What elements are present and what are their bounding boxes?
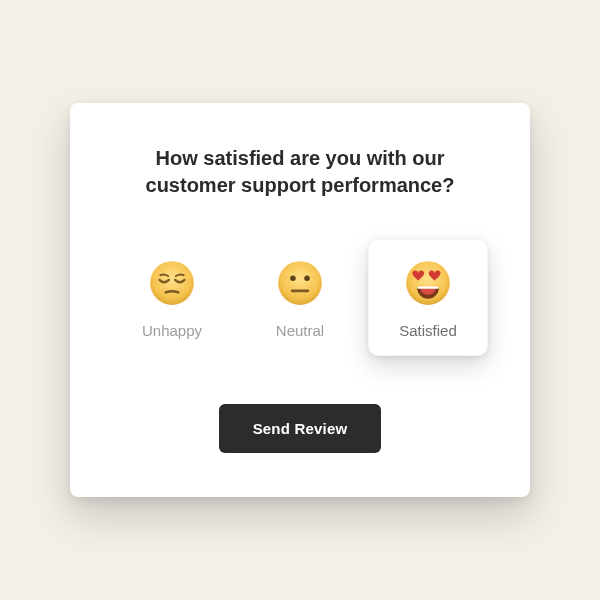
svg-point-3 — [304, 276, 309, 281]
svg-point-1 — [278, 261, 322, 305]
option-unhappy[interactable]: Unhappy — [112, 239, 232, 356]
option-neutral-label: Neutral — [276, 322, 324, 339]
send-review-button[interactable]: Send Review — [219, 404, 382, 453]
svg-point-2 — [290, 276, 295, 281]
satisfied-emoji-icon — [403, 258, 453, 308]
rating-options: Unhappy Neutral — [100, 239, 500, 356]
option-neutral[interactable]: Neutral — [240, 239, 360, 356]
option-unhappy-label: Unhappy — [142, 322, 202, 339]
feedback-title: How satisfied are you with our customer … — [130, 145, 470, 199]
neutral-emoji-icon — [275, 258, 325, 308]
svg-point-0 — [150, 261, 194, 305]
option-satisfied-label: Satisfied — [399, 322, 457, 339]
option-satisfied[interactable]: Satisfied — [368, 239, 488, 356]
unhappy-emoji-icon — [147, 258, 197, 308]
feedback-card: How satisfied are you with our customer … — [70, 103, 530, 497]
